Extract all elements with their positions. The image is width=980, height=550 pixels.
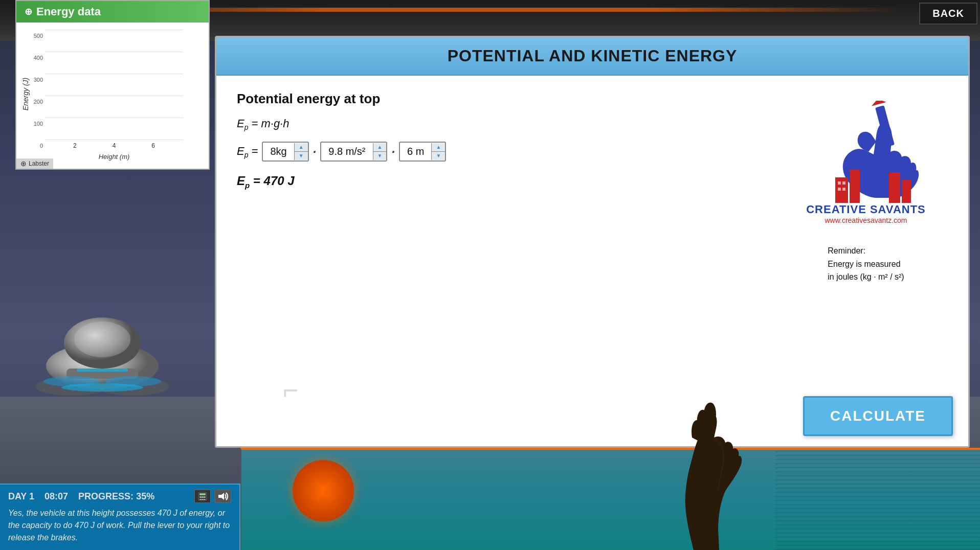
svg-rect-13: [850, 170, 860, 203]
svg-marker-28: [218, 493, 224, 500]
labster-text: Labster: [29, 160, 49, 167]
reminder-line1: Energy is measured: [828, 258, 904, 271]
svg-rect-12: [835, 177, 848, 203]
gravity-value: 9.8 m/s²: [321, 143, 372, 161]
sound-icon[interactable]: [215, 490, 231, 503]
bottom-hud: DAY 1 08:07 PROGRESS: 35%: [0, 484, 240, 550]
svg-rect-18: [838, 188, 841, 191]
chart-inner: 0 100 200 300 400 500: [45, 30, 183, 140]
labster-label: ⊕ Labster: [16, 158, 53, 169]
svg-rect-15: [902, 180, 911, 203]
y-label-500: 500: [34, 33, 43, 39]
gravity-up-button[interactable]: ▲: [373, 143, 387, 151]
chart-container: Energy (J) 0 100 200 300: [25, 28, 188, 161]
input-row: Ep = 8kg ▲ ▼ · 9.8 m/s² ▲ ▼: [237, 142, 774, 162]
svg-rect-17: [842, 181, 845, 185]
svg-rect-16: [838, 181, 841, 185]
calculator-icon[interactable]: [194, 490, 211, 503]
svg-rect-26: [202, 499, 204, 500]
hud-message: Yes, the vehicle at this height possesse…: [8, 507, 231, 544]
svg-rect-9: [77, 369, 128, 372]
robot-container: [26, 294, 189, 407]
energy-panel-title: Energy data: [16, 1, 209, 22]
progress-value: 35%: [136, 491, 154, 501]
svg-rect-14: [889, 172, 900, 203]
teal-circle: [293, 460, 354, 521]
reminder-box: Reminder: Energy is measured in joules (…: [822, 239, 909, 289]
x-axis-title: Height (m): [45, 153, 183, 161]
y-label-400: 400: [34, 55, 43, 61]
gravity-down-button[interactable]: ▼: [373, 152, 387, 160]
reminder-line2: in joules (kg · m² / s²): [828, 270, 904, 284]
y-label-300: 300: [34, 77, 43, 83]
teal-panel: [240, 448, 980, 550]
hud-icons: [194, 490, 231, 503]
brand-url: www.creativesavantz.com: [825, 216, 907, 224]
svg-rect-21: [199, 493, 206, 495]
chart-area: Energy (J) 0 100 200 300: [16, 22, 209, 169]
dot-1: ·: [313, 145, 317, 159]
svg-rect-25: [199, 499, 202, 500]
teal-panel-inner: [241, 450, 980, 550]
panel-body: Potential energy at top Ep = m·g·h Ep = …: [216, 76, 968, 446]
height-input-box[interactable]: 6 m ▲ ▼: [399, 142, 446, 162]
hand-svg: [642, 335, 786, 550]
logo-area: CREATIVE SAVANTS www.creativesavantz.com: [794, 91, 938, 234]
svg-rect-22: [199, 496, 202, 498]
section-title: Potential energy at top: [237, 91, 774, 107]
y-axis-label: Energy (J): [21, 78, 30, 111]
gravity-spinner[interactable]: ▲ ▼: [373, 143, 387, 160]
logo-svg: [805, 101, 927, 203]
y-label-0: 0: [40, 143, 43, 149]
mass-spinner[interactable]: ▲ ▼: [294, 143, 308, 160]
dot-2: ·: [391, 145, 395, 159]
y-label-100: 100: [34, 121, 43, 127]
svg-rect-19: [842, 188, 845, 191]
hud-progress: PROGRESS: 35%: [78, 491, 154, 502]
hud-top-row: DAY 1 08:07 PROGRESS: 35%: [8, 490, 231, 503]
panel-header: POTENTIAL AND KINETIC ENERGY: [216, 37, 968, 76]
main-panel: POTENTIAL AND KINETIC ENERGY Potential e…: [215, 36, 970, 448]
result-line: Ep = 470 J: [237, 174, 774, 190]
svg-rect-27: [204, 499, 206, 500]
texture-lines: [775, 450, 980, 550]
height-spinner[interactable]: ▲ ▼: [431, 143, 445, 160]
svg-rect-24: [204, 496, 206, 498]
mass-down-button[interactable]: ▼: [295, 152, 308, 160]
calculate-button[interactable]: CALCULATE: [803, 396, 953, 436]
panel-header-title: POTENTIAL AND KINETIC ENERGY: [229, 47, 956, 65]
back-button[interactable]: BACK: [919, 3, 977, 25]
svg-marker-11: [870, 101, 886, 106]
progress-label: PROGRESS:: [78, 491, 133, 501]
formula-display: Ep = m·g·h: [237, 117, 774, 131]
svg-rect-23: [202, 496, 204, 498]
hud-day: DAY 1: [8, 491, 34, 502]
chart-bars: [45, 30, 183, 140]
ep-label: Ep =: [237, 145, 258, 159]
height-up-button[interactable]: ▲: [432, 143, 445, 151]
height-down-button[interactable]: ▼: [432, 152, 445, 160]
svg-point-8: [61, 383, 143, 392]
mass-input-box[interactable]: 8kg ▲ ▼: [262, 142, 308, 162]
panel-content-right: CREATIVE SAVANTS www.creativesavantz.com…: [784, 91, 948, 431]
robot-svg: [26, 294, 179, 397]
brand-name: CREATIVE SAVANTS: [806, 203, 926, 216]
svg-point-4: [74, 322, 130, 357]
cursor-icon: ⌐: [283, 375, 298, 405]
mass-up-button[interactable]: ▲: [295, 143, 308, 151]
reminder-title: Reminder:: [828, 244, 904, 258]
hand-container: [642, 335, 786, 550]
mass-value: 8kg: [263, 143, 294, 161]
y-label-200: 200: [34, 99, 43, 105]
energy-panel: Energy data Energy (J) 0 100 200 300: [15, 0, 210, 170]
height-value: 6 m: [400, 143, 431, 161]
gravity-input-box[interactable]: 9.8 m/s² ▲ ▼: [320, 142, 387, 162]
hud-time: 08:07: [44, 491, 68, 502]
